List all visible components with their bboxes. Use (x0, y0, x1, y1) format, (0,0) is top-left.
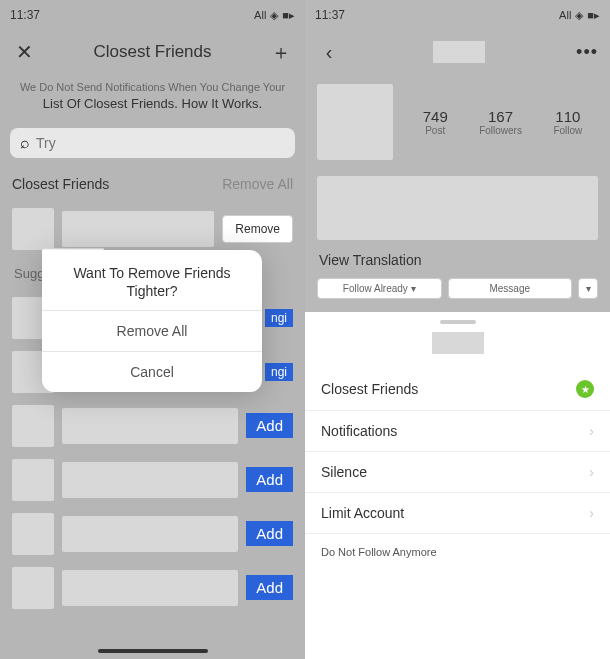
stat-followers[interactable]: 167 Followers (479, 108, 522, 136)
chevron-right-icon: › (589, 423, 594, 439)
add-icon[interactable]: ＋ (269, 40, 293, 64)
profile-picture[interactable] (317, 84, 393, 160)
add-button[interactable]: ngi (265, 309, 293, 327)
status-icons: All ◈ ■▸ (559, 9, 600, 22)
friend-name (62, 408, 238, 444)
search-icon: ⌕ (20, 134, 30, 152)
sheet-grabber[interactable] (440, 320, 476, 324)
wifi-icon: ◈ (575, 9, 583, 22)
avatar[interactable] (12, 513, 54, 555)
stat-posts[interactable]: 749 Post (423, 108, 448, 136)
follow-button[interactable]: Follow Already ▾ (317, 278, 442, 299)
home-indicator (98, 649, 208, 653)
battery-icon: ■▸ (282, 9, 295, 22)
profile-bio (317, 176, 598, 240)
profile-actions: Follow Already ▾ Message ▾ (305, 274, 610, 303)
avatar[interactable] (12, 567, 54, 609)
search-input[interactable]: ⌕ (10, 128, 295, 158)
status-icons: All ◈ ■▸ (254, 9, 295, 22)
suggested-row: Add (0, 453, 305, 507)
friend-name (62, 570, 238, 606)
confirm-dialog: Want To Remove Friends Tighter? Remove A… (42, 250, 262, 392)
suggested-row: Add (0, 561, 305, 615)
suggested-row: Add (0, 507, 305, 561)
action-sheet: Closest Friends ★ Notifications › Silenc… (305, 312, 610, 659)
add-button[interactable]: Add (246, 521, 293, 546)
menu-closest-friends[interactable]: Closest Friends ★ (305, 368, 610, 411)
remove-all-button[interactable]: Remove All (42, 310, 262, 351)
profile-info: 749 Post 167 Followers 110 Follow (305, 74, 610, 170)
star-icon: ★ (576, 380, 594, 398)
wifi-icon: ◈ (270, 9, 278, 22)
stat-following[interactable]: 110 Follow (553, 108, 582, 136)
section-header: Closest Friends Remove All (0, 166, 305, 202)
suggested-row: Add (0, 399, 305, 453)
cancel-button[interactable]: Cancel (42, 351, 262, 392)
remove-all-link[interactable]: Remove All (222, 176, 293, 192)
suggest-button[interactable]: ▾ (578, 278, 598, 299)
status-time: 11:37 (10, 8, 40, 22)
profile-stats: 749 Post 167 Followers 110 Follow (407, 108, 598, 136)
menu-notifications[interactable]: Notifications › (305, 411, 610, 452)
dialog-title: Want To Remove Friends Tighter? (42, 250, 262, 310)
chevron-right-icon: › (589, 505, 594, 521)
avatar[interactable] (12, 208, 54, 250)
friend-name (62, 211, 214, 247)
add-button[interactable]: Add (246, 467, 293, 492)
header: ✕ Closest Friends ＋ (0, 30, 305, 74)
status-bar: 11:37 All ◈ ■▸ (305, 0, 610, 30)
avatar[interactable] (12, 459, 54, 501)
notice-text: We Do Not Send Notifications When You Ch… (0, 74, 305, 120)
sheet-username (432, 332, 484, 354)
chevron-right-icon: › (589, 464, 594, 480)
add-button[interactable]: Add (246, 413, 293, 438)
message-button[interactable]: Message (448, 278, 573, 299)
status-bar: 11:37 All ◈ ■▸ (0, 0, 305, 30)
menu-limit-account[interactable]: Limit Account › (305, 493, 610, 534)
section-title: Closest Friends (12, 176, 109, 192)
friend-name (62, 462, 238, 498)
more-icon[interactable]: ••• (576, 42, 598, 63)
status-time: 11:37 (315, 8, 345, 22)
avatar[interactable] (12, 405, 54, 447)
battery-icon: ■▸ (587, 9, 600, 22)
friend-name (62, 516, 238, 552)
profile-header: ‹ ••• (305, 30, 610, 74)
profile-username (433, 41, 485, 63)
add-button[interactable]: Add (246, 575, 293, 600)
view-translation-link[interactable]: View Translation (305, 246, 610, 274)
menu-unfollow[interactable]: Do Not Follow Anymore (305, 534, 610, 570)
remove-button[interactable]: Remove (222, 215, 293, 243)
menu-silence[interactable]: Silence › (305, 452, 610, 493)
close-icon[interactable]: ✕ (12, 40, 36, 64)
back-icon[interactable]: ‹ (317, 40, 341, 64)
add-button[interactable]: ngi (265, 363, 293, 381)
page-title: Closest Friends (36, 42, 269, 62)
search-field[interactable] (36, 135, 285, 151)
